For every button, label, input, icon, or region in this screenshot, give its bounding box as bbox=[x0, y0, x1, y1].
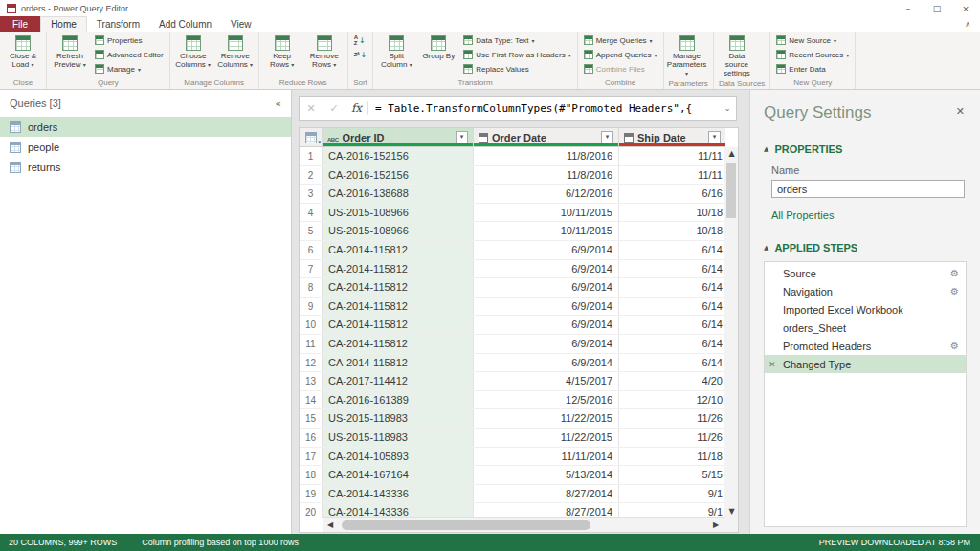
cell[interactable]: 6/16 bbox=[619, 185, 725, 203]
keep-rows-button[interactable]: Keep Rows ▾ bbox=[262, 33, 302, 70]
query-item[interactable]: returns bbox=[0, 157, 291, 177]
query-item[interactable]: people bbox=[0, 137, 291, 157]
close-and-load-button[interactable]: Close & Load ▾ bbox=[3, 33, 43, 70]
tab-add-column[interactable]: Add Column bbox=[149, 16, 221, 32]
applied-step[interactable]: Navigation⚙ bbox=[765, 282, 966, 300]
close-panel-icon[interactable]: ✕ bbox=[956, 105, 965, 118]
cell[interactable]: 6/9/2014 bbox=[474, 298, 619, 316]
cell[interactable]: CA-2014-105893 bbox=[323, 448, 474, 466]
tab-home[interactable]: Home bbox=[40, 16, 87, 32]
cell[interactable]: 11/8/2016 bbox=[474, 166, 619, 185]
formula-input[interactable]: = Table.TransformColumnTypes(#"Promoted … bbox=[368, 102, 719, 115]
collapse-ribbon-icon[interactable]: ∧ bbox=[955, 16, 980, 32]
cell[interactable]: 6/9/2014 bbox=[474, 241, 619, 259]
gear-icon[interactable]: ⚙ bbox=[950, 286, 959, 297]
cell[interactable]: 11/11 bbox=[619, 147, 725, 165]
manage-button[interactable]: Manage ▾ bbox=[92, 62, 167, 76]
cell[interactable]: CA-2016-152156 bbox=[323, 147, 474, 165]
combine-files-button[interactable]: Combine Files bbox=[581, 62, 660, 76]
group-by-button[interactable]: Group By bbox=[418, 33, 458, 61]
sort-ascending-button[interactable]: ↓ bbox=[351, 33, 370, 47]
gear-icon[interactable]: ⚙ bbox=[950, 341, 959, 351]
sort-descending-button[interactable]: ↓ bbox=[351, 48, 370, 61]
cell[interactable]: 6/14 bbox=[619, 354, 725, 372]
filter-icon[interactable]: ▾ bbox=[601, 131, 613, 143]
cell[interactable]: 11/11/2014 bbox=[474, 448, 619, 466]
cell[interactable]: 11/22/2015 bbox=[474, 429, 619, 447]
column-header-order-id[interactable]: Order ID▾ bbox=[323, 128, 474, 146]
cell[interactable]: 6/14 bbox=[619, 260, 725, 278]
select-all-corner-button[interactable]: ▾ bbox=[300, 128, 323, 146]
query-name-input[interactable] bbox=[771, 180, 965, 198]
recent-sources-button[interactable]: Recent Sources ▾ bbox=[773, 48, 852, 61]
cell[interactable]: 10/18 bbox=[619, 222, 725, 240]
applied-step[interactable]: orders_Sheet bbox=[765, 319, 966, 337]
tab-view[interactable]: View bbox=[221, 16, 261, 32]
cell[interactable]: 6/9/2014 bbox=[474, 354, 619, 372]
cell[interactable]: CA-2014-115812 bbox=[323, 278, 474, 297]
cell[interactable]: CA-2014-115812 bbox=[323, 316, 474, 334]
cell[interactable]: 11/26 bbox=[619, 409, 725, 428]
cell[interactable]: US-2015-108966 bbox=[323, 222, 474, 240]
cell[interactable]: 12/5/2016 bbox=[474, 391, 619, 409]
cell[interactable]: US-2015-118983 bbox=[323, 409, 474, 428]
append-queries-button[interactable]: Append Queries ▾ bbox=[581, 48, 660, 61]
cell[interactable]: 6/14 bbox=[619, 335, 725, 353]
query-item[interactable]: orders bbox=[0, 117, 291, 137]
tab-file[interactable]: File bbox=[0, 16, 40, 32]
cell[interactable]: 12/10 bbox=[619, 391, 725, 409]
minimize-icon[interactable]: – bbox=[894, 0, 923, 16]
remove-columns-button[interactable]: Remove Columns ▾ bbox=[215, 33, 256, 70]
remove-rows-button[interactable]: Remove Rows ▾ bbox=[304, 33, 345, 70]
filter-icon[interactable]: ▾ bbox=[456, 131, 468, 143]
split-column-button[interactable]: Split Column ▾ bbox=[376, 33, 416, 70]
all-properties-link[interactable]: All Properties bbox=[771, 209, 967, 221]
maximize-icon[interactable]: □ bbox=[923, 0, 951, 16]
column-header-order-date[interactable]: Order Date▾ bbox=[474, 128, 619, 146]
cell[interactable]: CA-2016-161389 bbox=[323, 391, 474, 409]
use-first-row-as-headers-button[interactable]: Use First Row as Headers ▾ bbox=[460, 48, 573, 61]
cancel-formula-icon[interactable]: ✕ bbox=[300, 102, 323, 115]
cell[interactable]: CA-2016-152156 bbox=[323, 166, 474, 185]
cell[interactable]: 10/11/2015 bbox=[474, 222, 619, 240]
cell[interactable]: CA-2014-115812 bbox=[323, 298, 474, 316]
cell[interactable]: CA-2014-115812 bbox=[323, 241, 474, 259]
cell[interactable]: 6/14 bbox=[619, 278, 725, 297]
tab-transform[interactable]: Transform bbox=[87, 16, 149, 32]
column-header-ship-date[interactable]: Ship Date▾ bbox=[619, 128, 725, 146]
cell[interactable]: 5/13/2014 bbox=[474, 466, 619, 484]
cell[interactable]: 4/15/2017 bbox=[474, 372, 619, 390]
cell[interactable]: 11/11 bbox=[619, 166, 725, 185]
data-type-button[interactable]: Data Type: Text ▾ bbox=[460, 33, 573, 47]
advanced-editor-button[interactable]: Advanced Editor bbox=[92, 48, 167, 61]
applied-steps-section-header[interactable]: ▲ APPLIED STEPS bbox=[764, 242, 967, 253]
cell[interactable]: 10/18 bbox=[619, 204, 725, 222]
horizontal-scroll-thumb[interactable] bbox=[342, 520, 590, 530]
cell[interactable]: CA-2014-167164 bbox=[323, 466, 474, 484]
new-source-button[interactable]: New Source ▾ bbox=[773, 33, 852, 47]
scroll-left-icon[interactable]: ◀ bbox=[323, 520, 338, 529]
cell[interactable]: 11/8/2016 bbox=[474, 147, 619, 165]
properties-section-header[interactable]: ▲ PROPERTIES bbox=[764, 143, 967, 155]
cell[interactable]: 11/18 bbox=[619, 448, 725, 466]
properties-button[interactable]: Properties bbox=[92, 33, 167, 47]
scroll-right-icon[interactable]: ▶ bbox=[708, 520, 724, 529]
confirm-formula-icon[interactable]: ✓ bbox=[323, 102, 345, 115]
cell[interactable]: 6/14 bbox=[619, 241, 725, 259]
manage-parameters-button[interactable]: Manage Parameters ▾ bbox=[667, 33, 707, 78]
cell[interactable]: 10/11/2015 bbox=[474, 204, 619, 222]
cell[interactable]: 6/9/2014 bbox=[474, 335, 619, 353]
replace-values-button[interactable]: Replace Values bbox=[460, 62, 573, 76]
cell[interactable]: 6/14 bbox=[619, 316, 725, 334]
data-source-settings-button[interactable]: Data source settings bbox=[717, 33, 757, 78]
refresh-preview-button[interactable]: Refresh Preview ▾ bbox=[50, 33, 90, 70]
vertical-scroll-thumb[interactable] bbox=[726, 163, 736, 218]
cell[interactable]: 11/26 bbox=[619, 429, 725, 447]
cell[interactable]: 6/12/2016 bbox=[474, 185, 619, 203]
cell[interactable]: CA-2016-138688 bbox=[323, 185, 474, 203]
cell[interactable]: 4/20 bbox=[619, 372, 725, 390]
cell[interactable]: 6/9/2014 bbox=[474, 260, 619, 278]
cell[interactable]: CA-2017-114412 bbox=[323, 372, 474, 390]
choose-columns-button[interactable]: Choose Columns ▾ bbox=[173, 33, 213, 70]
horizontal-scrollbar[interactable]: ◀ ▶ bbox=[323, 517, 724, 532]
